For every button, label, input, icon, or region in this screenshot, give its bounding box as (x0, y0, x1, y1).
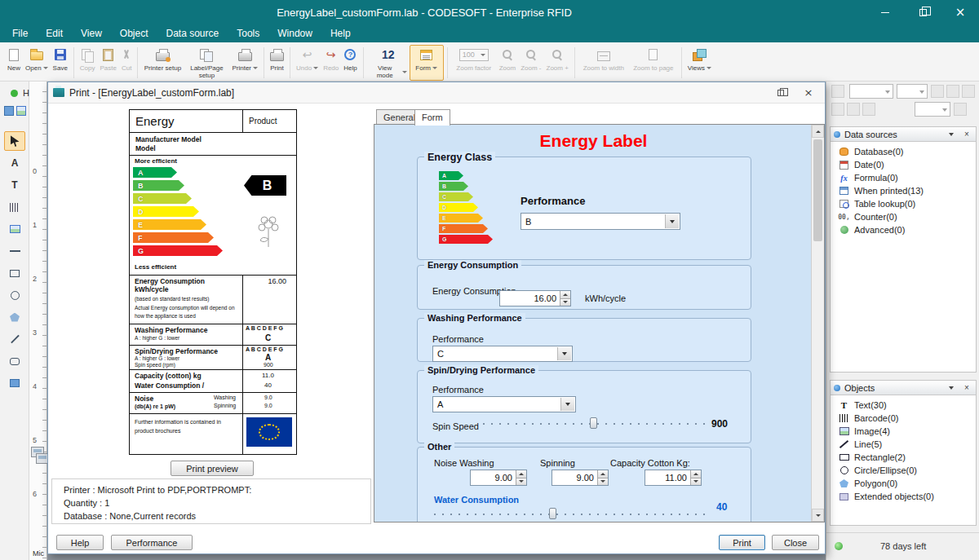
slider-thumb[interactable] (549, 508, 556, 519)
new-button[interactable]: New (5, 45, 23, 81)
form-mode-button[interactable]: Form (410, 45, 444, 81)
formatting-tool-icon[interactable] (946, 85, 959, 98)
menu-file[interactable]: File (3, 25, 37, 42)
tree-item-database[interactable]: Database(0) (831, 145, 976, 158)
save-button[interactable]: Save (51, 45, 70, 81)
scroll-up-button[interactable] (812, 125, 824, 138)
polygon-tool[interactable] (4, 307, 25, 327)
formatting-tool-icon[interactable] (931, 85, 944, 98)
chevron-down-icon[interactable] (560, 398, 574, 411)
barcode-tool[interactable] (4, 197, 25, 217)
spinning-spinner[interactable]: 9.00 (552, 470, 609, 486)
formatting-tool-icon[interactable] (831, 85, 844, 98)
formatting-combo[interactable] (849, 84, 893, 99)
circle-tool[interactable] (4, 285, 25, 305)
zoom-factor-combo[interactable]: 100Zoom factor (451, 45, 497, 81)
close-panel-button[interactable]: × (961, 129, 972, 140)
formatting-combo[interactable] (897, 84, 928, 99)
tree-item-counter[interactable]: 00,Counter(0) (831, 210, 976, 223)
shape-tool[interactable] (4, 373, 25, 393)
views-button[interactable]: Views (685, 45, 714, 81)
tree-item-image[interactable]: Image(4) (831, 425, 976, 438)
tree-item-circle[interactable]: Circle/Ellipse(0) (831, 464, 976, 477)
spin-down-button[interactable] (560, 299, 570, 306)
formatting-tool-icon[interactable] (954, 103, 967, 116)
tree-item-polygon[interactable]: Polygon(0) (831, 477, 976, 490)
pointer-tool[interactable] (4, 131, 25, 151)
dialog-close-button[interactable]: × (797, 85, 820, 101)
tree-item-advanced[interactable]: Advanced(0) (831, 223, 976, 236)
close-button[interactable]: × (941, 0, 979, 24)
formatting-tool-icon[interactable] (831, 103, 844, 116)
spin-performance-select[interactable]: A (432, 396, 576, 412)
noise-washing-spinner[interactable]: 9.00 (470, 470, 527, 486)
zoom-button[interactable]: Zoom (497, 45, 518, 81)
tree-item-barcode[interactable]: Barcode(0) (831, 412, 976, 425)
paste-button[interactable]: Paste (98, 45, 119, 81)
formatting-tool-icon[interactable] (847, 103, 860, 116)
zoom-out-button[interactable]: Zoom - (518, 45, 543, 81)
minimize-button[interactable] (866, 0, 904, 24)
text-tool[interactable]: A (4, 153, 25, 173)
view-mode-button[interactable]: 12View mode (367, 45, 410, 81)
print-button[interactable]: Print (719, 535, 765, 550)
zoom-in-button[interactable]: Zoom + (544, 45, 571, 81)
washing-performance-select[interactable]: C (432, 346, 573, 362)
print-button[interactable]: Print (268, 45, 286, 81)
menu-edit[interactable]: Edit (37, 25, 72, 42)
line-tool[interactable] (4, 241, 25, 261)
open-button[interactable]: Open (23, 45, 51, 81)
format-tool-icon[interactable] (16, 106, 26, 116)
formatting-tool-icon[interactable] (962, 85, 975, 98)
scrollbar-thumb[interactable] (813, 139, 822, 241)
menu-data-source[interactable]: Data source (157, 25, 228, 42)
capacity-spinner[interactable]: 11.00 (645, 470, 702, 486)
print-preview-button[interactable]: Print preview (171, 461, 254, 476)
zoom-to-page-button[interactable]: Zoom to page (629, 45, 678, 81)
help-button[interactable]: ?Help (341, 45, 359, 81)
formatting-combo[interactable] (915, 102, 950, 117)
label-page-setup-button[interactable]: Label/Page setup (184, 45, 229, 81)
spin-up-button[interactable] (516, 470, 526, 478)
undo-button[interactable]: ↩Undo (294, 45, 321, 81)
diagonal-line-tool[interactable] (4, 329, 25, 349)
tree-item-extended-objects[interactable]: Extended objects(0) (831, 490, 976, 503)
slider-thumb[interactable] (590, 417, 597, 429)
collapse-button[interactable] (946, 382, 957, 394)
performance-button[interactable]: Performance (111, 535, 193, 550)
tree-item-formula[interactable]: fxFormula(0) (831, 171, 976, 184)
formatting-tool-icon[interactable] (862, 103, 875, 116)
tree-item-rectangle[interactable]: Rectangle(2) (831, 451, 976, 464)
tree-item-text[interactable]: TText(30) (831, 399, 976, 412)
menu-help[interactable]: Help (321, 25, 360, 42)
printer-button[interactable]: Printer (229, 45, 260, 81)
cut-button[interactable]: Cut (119, 45, 134, 81)
consumption-spinner[interactable]: 16.00 (499, 290, 571, 306)
menu-window[interactable]: Window (268, 25, 321, 42)
menu-view[interactable]: View (72, 25, 111, 42)
data-sources-header[interactable]: Data sources × (831, 127, 976, 142)
align-tool-icon[interactable] (4, 106, 14, 116)
water-consumption-slider[interactable] (434, 506, 707, 521)
copy-button[interactable]: Copy (78, 45, 98, 81)
spin-speed-slider[interactable] (483, 416, 705, 430)
objects-header[interactable]: Objects × (831, 381, 976, 395)
spin-down-button[interactable] (516, 478, 526, 486)
tab-form[interactable]: Form (414, 109, 450, 126)
zoom-to-width-button[interactable]: Zoom to width (578, 45, 629, 81)
dialog-maximize-button[interactable] (769, 85, 792, 101)
spin-down-button[interactable] (690, 478, 701, 486)
chevron-down-icon[interactable] (665, 214, 679, 228)
collapse-button[interactable] (946, 129, 957, 140)
spin-up-button[interactable] (560, 291, 570, 299)
tree-item-table-lookup[interactable]: Table lookup(0) (831, 197, 976, 210)
spin-down-button[interactable] (597, 478, 608, 486)
redo-button[interactable]: ↪Redo (321, 45, 341, 81)
help-button[interactable]: Help (56, 535, 104, 550)
restore-button[interactable] (904, 0, 941, 24)
scroll-down-button[interactable] (812, 509, 824, 522)
printer-setup-button[interactable]: Printer setup (141, 45, 184, 81)
chevron-down-icon[interactable] (557, 347, 571, 360)
form-scrollbar[interactable] (811, 125, 824, 522)
close-panel-button[interactable]: × (961, 382, 972, 394)
